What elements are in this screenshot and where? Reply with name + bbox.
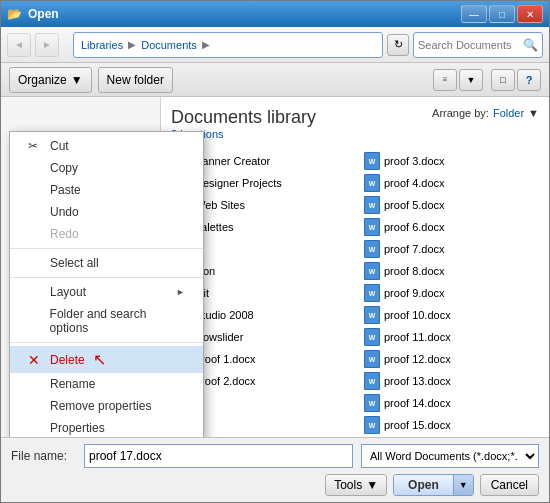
organize-button[interactable]: Organize ▼ <box>9 67 92 93</box>
tools-arrow-icon: ▼ <box>366 478 378 492</box>
submenu-arrow-icon: ► <box>176 287 185 297</box>
breadcrumb-documents[interactable]: Documents <box>138 38 200 52</box>
ctx-properties-label: Properties <box>50 421 105 435</box>
filename: proof 15.docx <box>384 419 451 431</box>
ctx-cut[interactable]: ✂ Cut <box>10 135 203 157</box>
help-button[interactable]: ? <box>517 69 541 91</box>
docx-icon: W <box>364 284 380 302</box>
library-title: Documents library <box>171 107 316 128</box>
docx-icon: W <box>364 152 380 170</box>
ctx-separator-3 <box>10 342 203 343</box>
ctx-paste[interactable]: Paste <box>10 179 203 201</box>
ctx-copy-label: Copy <box>50 161 78 175</box>
search-box[interactable]: 🔍 <box>413 32 543 58</box>
filename: proof 4.docx <box>384 177 445 189</box>
file-item-proof9[interactable]: W proof 9.docx <box>360 282 539 304</box>
file-item-proof6[interactable]: W proof 6.docx <box>360 216 539 238</box>
ctx-select-all-label: Select all <box>50 256 99 270</box>
filetype-select[interactable]: All Word Documents (*.docx;*. <box>361 444 539 468</box>
open-dialog: 📂 Open — □ ✕ ◄ ► Libraries ▶ Documents ▶… <box>0 0 550 503</box>
docx-icon: W <box>364 196 380 214</box>
organize-arrow-icon: ▼ <box>71 73 83 87</box>
filename: proof 10.docx <box>384 309 451 321</box>
minimize-button[interactable]: — <box>461 5 487 23</box>
file-item-proof14[interactable]: W proof 14.docx <box>360 392 539 414</box>
ctx-delete-label: Delete <box>50 353 85 367</box>
ctx-select-all[interactable]: Select all <box>10 252 203 274</box>
ctx-remove-props[interactable]: Remove properties <box>10 395 203 417</box>
title-bar: 📂 Open — □ ✕ <box>1 1 549 27</box>
file-item-proof5[interactable]: W proof 5.docx <box>360 194 539 216</box>
context-menu: ✂ Cut Copy Paste Undo Redo Sel <box>9 131 204 437</box>
ctx-undo[interactable]: Undo <box>10 201 203 223</box>
ctx-rename[interactable]: Rename <box>10 373 203 395</box>
navigation-toolbar: ◄ ► Libraries ▶ Documents ▶ ↻ 🔍 <box>1 27 549 63</box>
ctx-rename-label: Rename <box>50 377 95 391</box>
main-content: 💾 Local Disk (C:) 💾 Local Disk (D:) 💿 DV… <box>1 97 549 437</box>
ctx-delete[interactable]: ✕ Delete ↖ <box>10 346 203 373</box>
filename-input[interactable] <box>84 444 353 468</box>
arrange-by-label: Arrange by: <box>432 107 489 119</box>
tools-label: Tools <box>334 478 362 492</box>
file-item-proof15[interactable]: W proof 15.docx <box>360 414 539 436</box>
filename: proof 13.docx <box>384 375 451 387</box>
file-item-proof3[interactable]: W proof 3.docx <box>360 150 539 172</box>
ctx-layout-label: Layout <box>50 285 86 299</box>
search-icon[interactable]: 🔍 <box>523 38 538 52</box>
file-item-proof7[interactable]: W proof 7.docx <box>360 238 539 260</box>
open-label: Open <box>408 478 439 492</box>
file-item-proof4[interactable]: W proof 4.docx <box>360 172 539 194</box>
file-item-proof12[interactable]: W proof 12.docx <box>360 348 539 370</box>
arrange-arrow-icon[interactable]: ▼ <box>528 107 539 119</box>
refresh-button[interactable]: ↻ <box>387 34 409 56</box>
filename: proof 2.docx <box>195 375 256 387</box>
ctx-paste-label: Paste <box>50 183 81 197</box>
file-item-proof8[interactable]: W proof 8.docx <box>360 260 539 282</box>
close-button[interactable]: ✕ <box>517 5 543 23</box>
ctx-cut-label: Cut <box>50 139 69 153</box>
back-button[interactable]: ◄ <box>7 33 31 57</box>
ctx-folder-search[interactable]: Folder and search options <box>10 303 203 339</box>
view-layout-button[interactable]: ▼ <box>459 69 483 91</box>
ctx-separator-2 <box>10 277 203 278</box>
ctx-undo-label: Undo <box>50 205 79 219</box>
address-bar[interactable]: Libraries ▶ Documents ▶ <box>73 32 383 58</box>
file-item-proof16[interactable]: W proof 16.docx <box>360 436 539 437</box>
forward-button[interactable]: ► <box>35 33 59 57</box>
filename: proof 11.docx <box>384 331 451 343</box>
organize-label: Organize <box>18 73 67 87</box>
filename: proof 8.docx <box>384 265 445 277</box>
docx-icon: W <box>364 218 380 236</box>
filename: proof 7.docx <box>384 243 445 255</box>
window-icon: 📂 <box>7 7 22 21</box>
filename: proof 14.docx <box>384 397 451 409</box>
ctx-layout[interactable]: Layout ► <box>10 281 203 303</box>
filename: proof 1.docx <box>195 353 256 365</box>
breadcrumb-libraries[interactable]: Libraries <box>78 38 126 52</box>
ctx-properties[interactable]: Properties <box>10 417 203 437</box>
ctx-folder-search-label: Folder and search options <box>50 307 185 335</box>
ctx-redo: Redo <box>10 223 203 245</box>
filename: proof 5.docx <box>384 199 445 211</box>
file-item-proof10[interactable]: W proof 10.docx <box>360 304 539 326</box>
ctx-copy[interactable]: Copy <box>10 157 203 179</box>
preview-pane-button[interactable]: □ <box>491 69 515 91</box>
open-button[interactable]: Open <box>394 475 453 495</box>
cut-icon: ✂ <box>28 139 44 153</box>
arrange-by-value[interactable]: Folder <box>493 107 524 119</box>
file-item-proof11[interactable]: W proof 11.docx <box>360 326 539 348</box>
new-folder-button[interactable]: New folder <box>98 67 173 93</box>
delete-icon: ✕ <box>28 352 44 368</box>
docx-icon: W <box>364 350 380 368</box>
maximize-button[interactable]: □ <box>489 5 515 23</box>
docx-icon: W <box>364 328 380 346</box>
cancel-button[interactable]: Cancel <box>480 474 539 496</box>
file-item-proof13[interactable]: W proof 13.docx <box>360 370 539 392</box>
open-arrow-button[interactable]: ▼ <box>453 475 473 495</box>
open-dropdown-arrow-icon: ▼ <box>459 480 468 490</box>
action-bar: Organize ▼ New folder ≡ ▼ □ ? <box>1 63 549 97</box>
search-input[interactable] <box>418 39 519 51</box>
view-toggle-button[interactable]: ≡ <box>433 69 457 91</box>
ctx-remove-props-label: Remove properties <box>50 399 151 413</box>
tools-button[interactable]: Tools ▼ <box>325 474 387 496</box>
